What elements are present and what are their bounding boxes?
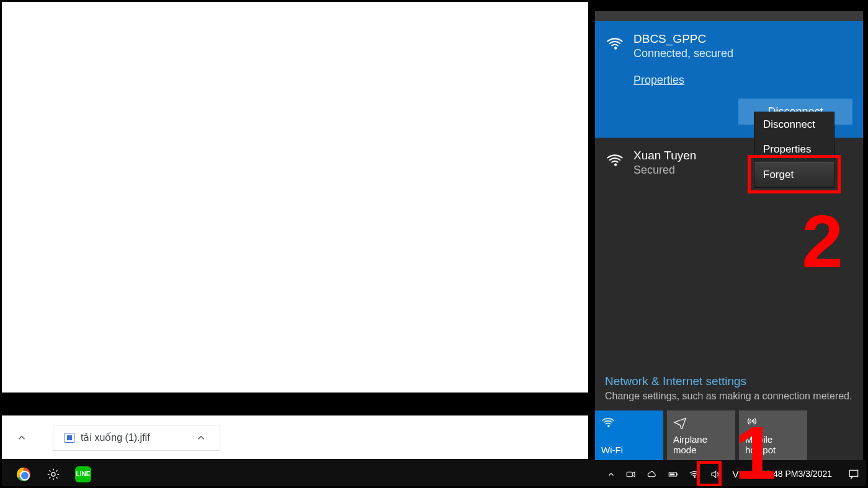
svg-rect-4	[670, 473, 675, 475]
annotation-number-1: 1	[735, 410, 776, 488]
ctx-disconnect[interactable]: Disconnect	[754, 112, 834, 137]
tray-overflow[interactable]	[602, 460, 620, 488]
wifi-icon	[689, 469, 700, 480]
notification-icon	[848, 468, 860, 481]
taskbar-settings[interactable]	[38, 460, 68, 488]
download-item-menu[interactable]	[194, 430, 208, 445]
tile-wifi-label: Wi-Fi	[601, 445, 657, 455]
annotation-number-2: 2	[802, 198, 843, 284]
chevron-up-icon	[195, 432, 207, 443]
connected-ssid: DBCS_GPPC	[633, 32, 852, 46]
taskbar-line[interactable]: LINE	[68, 460, 98, 488]
network-settings-section: Network & Internet settings Change setti…	[595, 375, 863, 460]
wifi-icon	[601, 415, 657, 429]
browser-window-body	[2, 2, 588, 393]
chrome-icon	[17, 468, 30, 481]
download-item[interactable]: tải xuống (1).jfif	[53, 425, 220, 451]
connected-properties-link: Properties	[633, 74, 852, 87]
svg-rect-5	[849, 470, 857, 476]
gear-icon	[47, 468, 60, 481]
network-settings-link[interactable]: Network & Internet settings	[605, 375, 853, 388]
download-shelf: tải xuống (1).jfif	[2, 415, 588, 459]
properties-link[interactable]: Properties	[633, 74, 684, 86]
tray-wifi[interactable]	[684, 460, 705, 488]
wifi-icon	[606, 35, 624, 52]
ctx-properties[interactable]: Properties	[754, 137, 834, 162]
network-settings-subtitle: Change settings, such as making a connec…	[605, 391, 853, 402]
camera-icon	[625, 469, 637, 480]
connected-status: Connected, secured	[633, 47, 852, 60]
battery-icon	[668, 469, 679, 480]
taskbar-chrome[interactable]	[9, 460, 38, 488]
tray-onedrive[interactable]	[642, 460, 663, 488]
tile-airplane-label: Airplane mode	[673, 434, 729, 455]
taskbar-edge	[0, 460, 9, 488]
ctx-forget[interactable]: Forget	[754, 162, 834, 187]
tile-wifi[interactable]: Wi-Fi	[595, 410, 663, 460]
chevron-up-icon	[607, 470, 615, 479]
image-file-icon	[65, 433, 74, 443]
cloud-icon	[647, 469, 658, 480]
wifi-icon	[606, 151, 624, 169]
tile-airplane[interactable]: Airplane mode	[667, 410, 735, 460]
svg-rect-3	[677, 473, 678, 475]
chevron-up-icon	[16, 432, 27, 443]
download-filename: tải xuống (1).jfif	[81, 432, 150, 443]
clock-date: 3/3/2021	[799, 469, 833, 479]
speaker-icon	[710, 469, 721, 480]
tray-action-center[interactable]	[839, 460, 868, 488]
wifi-context-menu: Disconnect Properties Forget	[754, 112, 834, 188]
svg-rect-1	[627, 472, 633, 477]
tray-battery[interactable]	[663, 460, 684, 488]
line-app-icon: LINE	[75, 466, 91, 482]
tray-volume[interactable]	[705, 460, 726, 488]
network-flyout-titlebar	[595, 11, 863, 21]
airplane-icon	[673, 415, 729, 429]
tray-meet-now[interactable]	[620, 460, 642, 488]
svg-point-0	[51, 472, 55, 476]
download-shelf-open-caret[interactable]	[14, 430, 29, 445]
quick-tiles: Wi-Fi Airplane mode Mobile hotspot	[595, 410, 863, 460]
